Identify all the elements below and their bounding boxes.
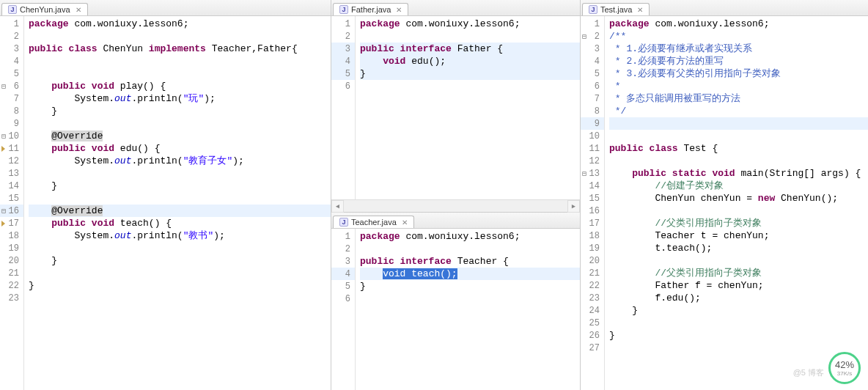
- code-line[interactable]: t.teach();: [609, 242, 868, 254]
- code-line[interactable]: public void play() {: [29, 80, 331, 92]
- editor-pane-chenyun: J ChenYun.java ✕ 123456⊟78910⊟1112131415…: [0, 0, 331, 390]
- gutter-line: 5: [0, 67, 23, 80]
- code-line[interactable]: System.out.println("教育子女");: [29, 155, 331, 167]
- gutter-line: 21: [581, 267, 604, 279]
- code-line[interactable]: [29, 55, 331, 67]
- code-area-father[interactable]: 123456 package com.woniuxy.lesson6;publi…: [331, 16, 580, 199]
- code-line[interactable]: [360, 30, 580, 43]
- tabbar-chenyun: J ChenYun.java ✕: [0, 0, 331, 16]
- close-icon[interactable]: ✕: [394, 6, 402, 14]
- code-line[interactable]: [29, 30, 331, 43]
- code-line[interactable]: Teacher t = chenYun;: [609, 229, 868, 242]
- code-line[interactable]: void edu();: [360, 55, 580, 67]
- code-line[interactable]: //创建子类对象: [609, 180, 868, 192]
- tab-test[interactable]: J Test.java ✕: [582, 3, 650, 15]
- code-line[interactable]: }: [29, 180, 331, 192]
- code-line[interactable]: [29, 267, 331, 279]
- code-line[interactable]: [360, 80, 580, 92]
- code-line[interactable]: * 多态只能调用被重写的方法: [609, 92, 868, 105]
- code-line[interactable]: */: [609, 105, 868, 117]
- fold-toggle-icon[interactable]: ⊟: [1, 207, 6, 216]
- code-line[interactable]: [29, 167, 331, 180]
- code-line[interactable]: Father f = chenYun;: [609, 279, 868, 292]
- code-area-teacher[interactable]: 123456 package com.woniuxy.lesson6;publi…: [331, 229, 580, 390]
- gutter-line: 18: [581, 229, 604, 242]
- fold-toggle-icon[interactable]: ⊟: [1, 82, 6, 91]
- code-line[interactable]: @Override: [29, 205, 331, 217]
- code-line[interactable]: [29, 242, 331, 254]
- code-line[interactable]: }: [29, 254, 331, 267]
- code-line[interactable]: * 1.必须要有继承或者实现关系: [609, 43, 868, 55]
- code-area-test[interactable]: 12⊟345678910111213⊟141516171819202122232…: [581, 16, 868, 390]
- code-line[interactable]: * 3.必须要有父类的引用指向子类对象: [609, 67, 868, 80]
- scroll-track[interactable]: [344, 200, 567, 212]
- fold-toggle-icon[interactable]: ⊟: [582, 169, 586, 178]
- code-line[interactable]: [360, 243, 580, 255]
- gutter-line: 2⊟: [581, 30, 604, 43]
- code-line[interactable]: }: [360, 67, 580, 80]
- code-line[interactable]: [360, 292, 580, 305]
- horizontal-scrollbar[interactable]: ◂ ▸: [331, 199, 580, 212]
- tab-father[interactable]: J Father.java ✕: [333, 3, 408, 15]
- code-body[interactable]: package com.woniuxy.lesson6;public inter…: [356, 229, 580, 390]
- code-line[interactable]: package com.woniuxy.lesson6;: [29, 18, 331, 30]
- gutter: 123456: [331, 229, 356, 390]
- code-line[interactable]: [609, 155, 868, 167]
- code-line[interactable]: [609, 254, 868, 267]
- fold-toggle-icon[interactable]: ⊟: [582, 32, 586, 41]
- scroll-right-icon[interactable]: ▸: [567, 200, 580, 213]
- code-line[interactable]: void teach();: [360, 268, 580, 280]
- code-line[interactable]: [609, 130, 868, 142]
- code-line[interactable]: }: [360, 280, 580, 292]
- code-line[interactable]: [609, 117, 868, 130]
- gutter-line: 3: [331, 255, 355, 268]
- code-line[interactable]: [29, 292, 331, 304]
- code-line[interactable]: public interface Father {: [360, 43, 580, 55]
- code-line[interactable]: [609, 317, 868, 329]
- scroll-left-icon[interactable]: ◂: [331, 200, 344, 213]
- code-line[interactable]: package com.woniuxy.lesson6;: [609, 18, 868, 30]
- close-icon[interactable]: ✕: [400, 218, 408, 227]
- code-body[interactable]: package com.woniuxy.lesson6;public class…: [24, 16, 331, 390]
- code-body[interactable]: package com.woniuxy.lesson6;/** * 1.必须要有…: [605, 16, 868, 390]
- code-line[interactable]: /**: [609, 30, 868, 43]
- close-icon[interactable]: ✕: [73, 6, 81, 14]
- java-file-icon: J: [339, 218, 348, 227]
- tab-teacher[interactable]: J Teacher.java ✕: [333, 216, 414, 228]
- code-line[interactable]: public class ChenYun implements Teacher,…: [29, 43, 331, 55]
- fold-toggle-icon[interactable]: ⊟: [1, 132, 6, 141]
- code-line[interactable]: }: [609, 304, 868, 317]
- code-line[interactable]: package com.woniuxy.lesson6;: [360, 230, 580, 243]
- code-line[interactable]: public interface Teacher {: [360, 255, 580, 268]
- code-line[interactable]: [609, 205, 868, 217]
- code-line[interactable]: public static void main(String[] args) {: [609, 167, 868, 180]
- tabbar-father: J Father.java ✕: [331, 0, 580, 16]
- code-line[interactable]: f.edu();: [609, 292, 868, 304]
- code-line[interactable]: * 2.必须要有方法的重写: [609, 55, 868, 67]
- code-area-chenyun[interactable]: 123456⊟78910⊟111213141516⊟17181920212223…: [0, 16, 331, 390]
- code-line[interactable]: [29, 192, 331, 205]
- gutter-line: 9: [581, 117, 604, 130]
- code-body[interactable]: package com.woniuxy.lesson6;public inter…: [356, 16, 580, 199]
- code-line[interactable]: }: [29, 105, 331, 117]
- code-line[interactable]: public void edu() {: [29, 142, 331, 155]
- code-line[interactable]: System.out.println("教书");: [29, 229, 331, 242]
- code-line[interactable]: }: [609, 329, 868, 342]
- code-line[interactable]: *: [609, 80, 868, 92]
- code-line[interactable]: ChenYun chenYun = new ChenYun();: [609, 192, 868, 205]
- gutter: 123456⊟78910⊟111213141516⊟17181920212223: [0, 16, 24, 390]
- code-line[interactable]: [609, 342, 868, 354]
- code-line[interactable]: [29, 117, 331, 130]
- code-line[interactable]: //父类引用指向子类对象: [609, 267, 868, 279]
- code-line[interactable]: @Override: [29, 130, 331, 142]
- code-line[interactable]: package com.woniuxy.lesson6;: [360, 18, 580, 30]
- close-icon[interactable]: ✕: [635, 6, 643, 14]
- code-line[interactable]: //父类引用指向子类对象: [609, 217, 868, 229]
- code-line[interactable]: public void teach() {: [29, 217, 331, 229]
- gutter-line: 4: [331, 268, 355, 280]
- code-line[interactable]: System.out.println("玩");: [29, 92, 331, 105]
- tab-chenyun[interactable]: J ChenYun.java ✕: [1, 3, 88, 15]
- code-line[interactable]: }: [29, 279, 331, 292]
- code-line[interactable]: public class Test {: [609, 142, 868, 155]
- code-line[interactable]: [29, 67, 331, 80]
